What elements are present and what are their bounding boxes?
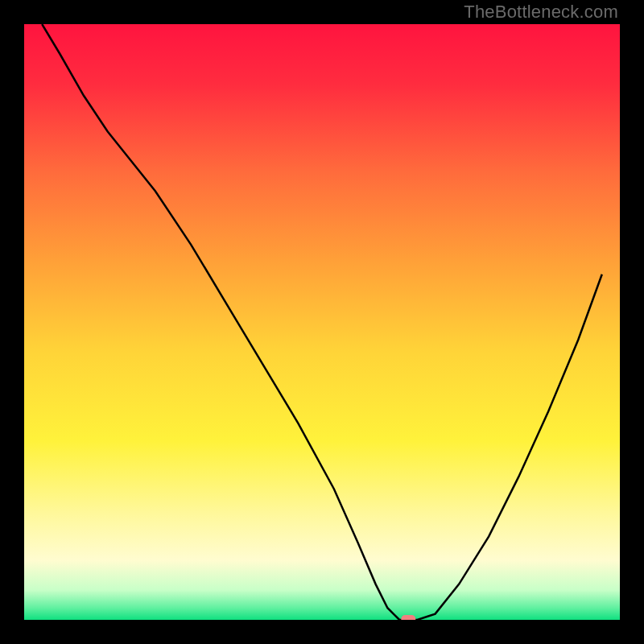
watermark-text: TheBottleneck.com [464,2,618,23]
target-marker [401,615,415,620]
chart-container: TheBottleneck.com [0,0,644,644]
gradient-background [24,24,620,620]
plot-area [24,24,620,620]
chart-svg [24,24,620,620]
